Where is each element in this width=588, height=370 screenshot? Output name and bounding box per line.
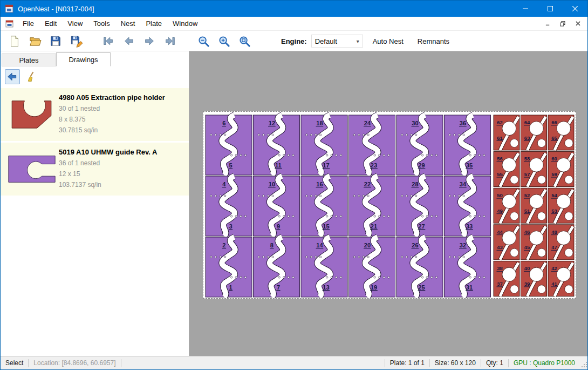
menu-tools[interactable]: Tools <box>88 17 115 31</box>
new-button[interactable] <box>6 33 23 49</box>
gpu-status: GPU : Quadro P1000 <box>509 359 580 367</box>
drawing-area: 103.7137 sq/in <box>59 179 184 190</box>
maximize-button[interactable] <box>538 1 563 17</box>
svg-text:39: 39 <box>524 281 530 287</box>
zoom-in-icon <box>218 35 230 48</box>
menu-view[interactable]: View <box>62 17 88 31</box>
svg-text:37: 37 <box>497 281 503 287</box>
qty-status: Qty: 1 <box>481 359 508 367</box>
plate-svg[interactable]: 6512111817242330293635431091615222128273… <box>203 112 576 298</box>
drawing-nested-count: 30 of 1 nested <box>59 103 184 114</box>
window-title: OpenNest - [N0317-004] <box>18 5 513 13</box>
menu-file[interactable]: File <box>17 17 39 31</box>
zoom-in-button[interactable] <box>215 33 233 49</box>
svg-text:18: 18 <box>316 120 323 126</box>
document-window-icon[interactable] <box>5 19 14 28</box>
auto-nest-button[interactable]: Auto Nest <box>368 34 408 49</box>
svg-text:32: 32 <box>460 242 466 248</box>
svg-text:31: 31 <box>466 284 473 291</box>
svg-text:48: 48 <box>551 229 557 235</box>
svg-text:5: 5 <box>229 162 232 169</box>
svg-text:50: 50 <box>497 192 503 198</box>
drawing-info: 5019 A10 UHMW guide Rev. A 36 of 1 neste… <box>59 148 184 190</box>
svg-text:42: 42 <box>551 265 557 271</box>
plate-count-status: Plate: 1 of 1 <box>385 359 429 367</box>
svg-text:34: 34 <box>460 181 467 187</box>
mdi-close-button[interactable] <box>573 19 582 28</box>
mdi-minimize-button[interactable] <box>543 19 552 28</box>
titlebar: OpenNest - [N0317-004] <box>1 1 587 17</box>
svg-text:28: 28 <box>412 181 418 187</box>
svg-text:27: 27 <box>418 223 425 230</box>
drawing-item-2[interactable]: 5019 A10 UHMW guide Rev. A 36 of 1 neste… <box>1 143 189 196</box>
svg-text:46: 46 <box>524 229 530 235</box>
svg-text:55: 55 <box>497 171 503 177</box>
menu-plate[interactable]: Plate <box>140 17 167 31</box>
zoom-out-button[interactable] <box>195 33 212 49</box>
zoom-fit-button[interactable] <box>236 33 253 49</box>
previous-plate-button[interactable] <box>120 33 138 49</box>
chevron-down-icon: ▾ <box>357 38 359 44</box>
nest-canvas[interactable]: 6512111817242330293635431091615222128273… <box>189 51 587 356</box>
drawing-size: 12 x 15 <box>59 169 184 179</box>
svg-text:66: 66 <box>551 119 557 125</box>
svg-text:56: 56 <box>497 156 503 162</box>
svg-text:60: 60 <box>551 156 557 162</box>
nav-last-icon <box>164 35 176 47</box>
drawing-area: 30.7815 sq/in <box>59 125 184 136</box>
last-plate-button[interactable] <box>161 33 179 49</box>
close-button[interactable] <box>563 1 587 17</box>
first-plate-button[interactable] <box>100 33 117 49</box>
open-button[interactable] <box>26 33 44 49</box>
next-plate-button[interactable] <box>141 33 158 49</box>
svg-text:4: 4 <box>222 181 226 187</box>
panel-tabstrip: Plates Drawings <box>1 51 189 66</box>
window-controls <box>513 1 587 17</box>
broom-icon <box>26 71 37 82</box>
clean-button[interactable] <box>24 69 39 84</box>
svg-text:25: 25 <box>418 284 425 291</box>
svg-text:65: 65 <box>551 135 557 141</box>
svg-text:12: 12 <box>269 120 275 126</box>
drawing-info: 4980 A05 Extraction pipe holder 30 of 1 … <box>59 93 184 136</box>
menu-edit[interactable]: Edit <box>39 17 62 31</box>
minimize-button[interactable] <box>513 1 538 17</box>
minimize-icon <box>523 6 528 11</box>
remnants-button[interactable]: Remnants <box>413 34 454 49</box>
svg-text:15: 15 <box>323 223 329 230</box>
drawing-item-1[interactable]: 4980 A05 Extraction pipe holder 30 of 1 … <box>1 88 189 141</box>
resize-grip[interactable] <box>581 361 587 369</box>
svg-text:6: 6 <box>222 120 225 126</box>
plate[interactable]: 6512111817242330293635431091615222128273… <box>203 111 576 299</box>
svg-text:30: 30 <box>412 120 418 126</box>
tab-drawings[interactable]: Drawings <box>56 52 111 66</box>
zoom-fit-icon <box>238 35 251 48</box>
save-as-button[interactable] <box>67 33 85 49</box>
menu-nest[interactable]: Nest <box>115 17 141 31</box>
app-icon <box>5 4 13 13</box>
menu-window[interactable]: Window <box>167 17 203 31</box>
tab-plates[interactable]: Plates <box>2 53 56 66</box>
svg-text:45: 45 <box>524 244 530 250</box>
menubar: File Edit View Tools Nest Plate Window <box>1 17 587 31</box>
svg-text:57: 57 <box>524 171 530 177</box>
save-button[interactable] <box>47 33 64 49</box>
svg-text:10: 10 <box>269 181 275 187</box>
engine-dropdown[interactable]: Default ▾ <box>311 35 363 48</box>
back-arrow-button[interactable] <box>5 69 20 84</box>
zoom-group <box>195 33 256 49</box>
svg-text:38: 38 <box>497 265 503 271</box>
svg-text:62: 62 <box>497 119 503 125</box>
svg-text:7: 7 <box>277 284 280 291</box>
svg-text:54: 54 <box>551 192 557 198</box>
svg-text:40: 40 <box>524 265 530 271</box>
panel-toolbar <box>1 66 189 87</box>
svg-text:59: 59 <box>551 171 557 177</box>
part-thumbnail-purple <box>5 153 59 185</box>
statusbar: Select Location: [84.8696, 60.6957] Plat… <box>1 356 587 369</box>
svg-text:43: 43 <box>497 244 503 250</box>
mdi-restore-button[interactable] <box>558 19 567 28</box>
svg-text:8: 8 <box>270 242 274 248</box>
mdi-minimize-icon <box>545 21 550 26</box>
svg-text:29: 29 <box>418 162 425 169</box>
